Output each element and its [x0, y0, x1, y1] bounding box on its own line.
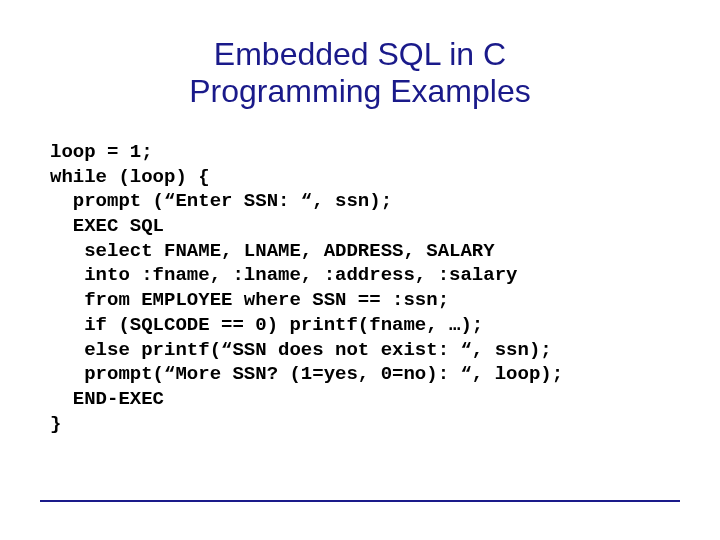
code-block: loop = 1; while (loop) { prompt (“Enter …: [50, 140, 660, 436]
code-line: }: [50, 413, 61, 435]
code-line: prompt (“Enter SSN: “, ssn);: [50, 190, 392, 212]
code-line: END-EXEC: [50, 388, 164, 410]
title-line-2: Programming Examples: [189, 73, 530, 109]
code-line: loop = 1;: [50, 141, 153, 163]
slide-title: Embedded SQL in C Programming Examples: [0, 36, 720, 110]
code-line: into :fname, :lname, :address, :salary: [50, 264, 517, 286]
code-line: from EMPLOYEE where SSN == :ssn;: [50, 289, 449, 311]
code-line: prompt(“More SSN? (1=yes, 0=no): “, loop…: [50, 363, 563, 385]
code-line: select FNAME, LNAME, ADDRESS, SALARY: [50, 240, 495, 262]
horizontal-rule: [40, 500, 680, 502]
slide: Embedded SQL in C Programming Examples l…: [0, 0, 720, 540]
title-line-1: Embedded SQL in C: [214, 36, 506, 72]
code-line: EXEC SQL: [50, 215, 164, 237]
code-line: if (SQLCODE == 0) printf(fname, …);: [50, 314, 483, 336]
code-line: while (loop) {: [50, 166, 210, 188]
code-line: else printf(“SSN does not exist: “, ssn)…: [50, 339, 552, 361]
